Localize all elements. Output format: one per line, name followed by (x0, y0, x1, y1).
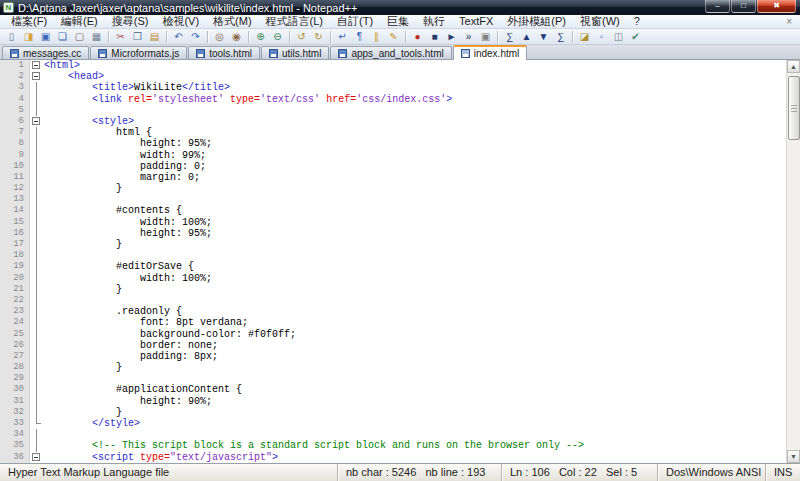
close-button[interactable]: ✖ (757, 0, 796, 13)
code-line: 3 <title>WikiLite</title> (0, 82, 786, 93)
line-number: 3 (0, 82, 30, 93)
code-area[interactable]: 1<html>2 <head>3 <title>WikiLite</title>… (0, 60, 786, 463)
spell-check-icon[interactable]: ✔ (627, 29, 644, 44)
new-file-icon[interactable]: ▯ (3, 29, 20, 44)
code-line: 31 height: 90%; (0, 396, 786, 407)
macro-stop-icon[interactable]: ■ (426, 29, 443, 44)
menu-item[interactable]: TextFX (452, 15, 500, 28)
menu-item[interactable]: 執行 (416, 15, 452, 28)
tab-microformats-js[interactable]: Microformats.js (90, 46, 187, 59)
code-line: 15 width: 100%; (0, 217, 786, 228)
status-position: Ln : 106 Col : 22 Sel : 5 (502, 464, 658, 481)
copy-icon[interactable]: ❐ (129, 29, 146, 44)
menu-item[interactable]: 自訂(T) (330, 15, 380, 28)
save-all-icon[interactable]: ❏ (54, 29, 71, 44)
code-text: <link rel='stylesheet' type='text/css' h… (44, 94, 786, 105)
textfx-sum-icon[interactable]: ∑ (501, 29, 518, 44)
file-saved-icon (269, 49, 278, 58)
code-line: 35 <!-- This script block is a standard … (0, 440, 786, 451)
tab-utils-html[interactable]: utils.html (261, 46, 329, 59)
code-line: 36 <script type="text/javascript"> (0, 452, 786, 463)
sync-horizontal-icon[interactable]: ↻ (310, 29, 327, 44)
fold-margin (30, 161, 44, 172)
fold-margin (30, 317, 44, 328)
fold-margin (30, 329, 44, 340)
paste-icon[interactable]: ▤ (146, 29, 163, 44)
menu-item[interactable]: 檔案(F) (4, 15, 54, 28)
code-line: 19 #editOrSave { (0, 261, 786, 272)
cut-icon[interactable]: ✂ (112, 29, 129, 44)
vertical-scrollbar[interactable]: ▲ ▼ (786, 60, 800, 463)
scroll-up-icon[interactable]: ▲ (787, 60, 800, 73)
fold-margin (30, 172, 44, 183)
code-text (44, 250, 786, 261)
zoom-in-icon[interactable]: ⊕ (252, 29, 269, 44)
scroll-down-icon[interactable]: ▼ (787, 450, 800, 463)
triangle-up-icon[interactable]: ▲ (518, 29, 535, 44)
menu-item[interactable]: ? (627, 15, 647, 28)
docs-panel-icon[interactable]: ◪ (576, 29, 593, 44)
macro-run-multiple-icon[interactable]: » (460, 29, 477, 44)
fold-toggle[interactable] (30, 71, 44, 82)
redo-icon[interactable]: ↷ (187, 29, 204, 44)
line-number: 31 (0, 396, 30, 407)
print-icon[interactable]: ▦ (88, 29, 105, 44)
menu-close-icon[interactable]: × (786, 16, 796, 27)
minimize-button[interactable]: – (705, 0, 730, 13)
code-text: padding: 0; (44, 161, 786, 172)
float-window-icon[interactable]: ▫ (593, 29, 610, 44)
line-number: 2 (0, 71, 30, 82)
show-all-characters-icon[interactable]: ¶ (351, 29, 368, 44)
tab-tools-html[interactable]: tools.html (188, 46, 260, 59)
menu-item[interactable]: 視窗(W) (573, 15, 627, 28)
macro-play-icon[interactable]: ► (443, 29, 460, 44)
line-number: 18 (0, 250, 30, 261)
fold-margin (30, 217, 44, 228)
scrollbar-thumb[interactable] (788, 76, 800, 140)
menu-item[interactable]: 巨集 (380, 15, 416, 28)
line-number: 36 (0, 452, 30, 463)
sync-vertical-icon[interactable]: ↺ (293, 29, 310, 44)
code-line: 1<html> (0, 60, 786, 71)
fold-margin (30, 340, 44, 351)
close-file-icon[interactable]: ▢ (71, 29, 88, 44)
user-define-dialog-icon[interactable]: ✎ (385, 29, 402, 44)
fold-toggle[interactable] (30, 452, 44, 463)
fold-margin (30, 239, 44, 250)
fold-toggle[interactable] (30, 116, 44, 127)
open-folder-icon[interactable]: ◨ (20, 29, 37, 44)
fold-toggle[interactable] (30, 60, 44, 71)
menu-item[interactable]: 編輯(E) (54, 15, 105, 28)
menu-item[interactable]: 搜尋(S) (105, 15, 156, 28)
menu-item[interactable]: 程式語言(L) (259, 15, 330, 28)
fold-margin (30, 373, 44, 384)
tab-messages-cc[interactable]: messages.cc (2, 46, 89, 59)
code-text: #applicationContent { (44, 384, 786, 395)
replace-icon[interactable]: ◉ (228, 29, 245, 44)
find-icon[interactable]: ◎ (211, 29, 228, 44)
tab-apps-and-tools-html[interactable]: apps_and_tools.html (330, 46, 451, 59)
code-line: 2 <head> (0, 71, 786, 82)
zoom-out-icon[interactable]: ⊖ (269, 29, 286, 44)
code-text: <head> (44, 71, 786, 82)
undo-icon[interactable]: ↶ (170, 29, 187, 44)
menu-item[interactable]: 格式(M) (206, 15, 259, 28)
fold-margin (30, 261, 44, 272)
triangle-down-icon[interactable]: ▼ (535, 29, 552, 44)
macro-record-icon[interactable]: ● (409, 29, 426, 44)
macro-save-icon[interactable]: ▣ (477, 29, 494, 44)
doc-preview-icon[interactable]: ◫ (610, 29, 627, 44)
save-icon[interactable]: ▣ (37, 29, 54, 44)
code-text: #contents { (44, 205, 786, 216)
word-wrap-icon[interactable]: ↵ (334, 29, 351, 44)
tab-index-html[interactable]: index.html (453, 45, 528, 60)
code-line: 12 } (0, 183, 786, 194)
line-number: 11 (0, 172, 30, 183)
menu-item[interactable]: 檢視(V) (155, 15, 206, 28)
textfx-sigma-icon[interactable]: ∑ (552, 29, 569, 44)
code-text: </style> (44, 418, 786, 429)
maximize-button[interactable]: □ (731, 0, 756, 13)
menu-item[interactable]: 外掛模組(P) (500, 15, 573, 28)
indent-guide-icon[interactable]: ∥ (368, 29, 385, 44)
line-number: 19 (0, 261, 30, 272)
